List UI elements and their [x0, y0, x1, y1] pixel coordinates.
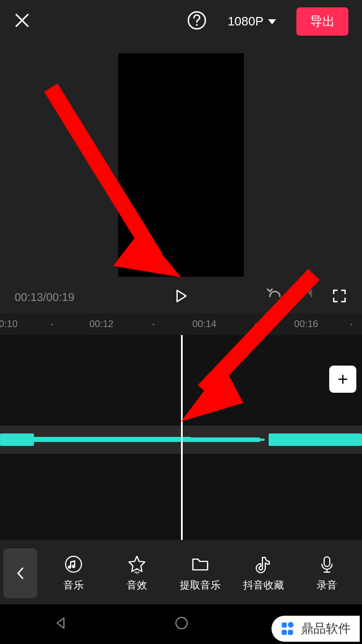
tool-label: 音效	[127, 578, 147, 592]
watermark: 鼎品软件	[272, 616, 360, 642]
music-icon	[64, 555, 83, 574]
resolution-selector[interactable]: 1080P	[217, 10, 286, 33]
redo-button[interactable]	[299, 287, 316, 307]
svg-point-7	[288, 622, 294, 628]
ruler-dot	[51, 324, 53, 325]
export-button[interactable]: 导出	[296, 7, 348, 36]
ruler-dot	[351, 324, 352, 325]
help-icon[interactable]	[187, 10, 207, 33]
undo-button[interactable]	[266, 287, 283, 307]
svg-rect-9	[288, 630, 293, 635]
preview-area	[0, 43, 362, 281]
time-display: 00:13/00:19	[15, 291, 75, 304]
tool-extract[interactable]: 提取音乐	[169, 555, 232, 592]
tool-record[interactable]: 录音	[295, 555, 359, 592]
watermark-text: 鼎品软件	[301, 620, 351, 637]
tool-music[interactable]: 音乐	[42, 555, 105, 592]
ruler-tick: 00:12	[89, 319, 114, 330]
back-button[interactable]	[3, 548, 37, 598]
star-icon	[127, 555, 146, 574]
tool-douyin-fav[interactable]: 抖音收藏	[232, 555, 295, 592]
playhead[interactable]	[181, 335, 183, 540]
add-clip-button[interactable]: +	[329, 366, 356, 393]
timeline[interactable]: 0:10 00:12 00:14 00:16 +	[0, 314, 362, 540]
nav-back[interactable]	[53, 616, 68, 633]
svg-rect-8	[282, 630, 287, 635]
tool-label: 音乐	[63, 578, 84, 592]
svg-rect-3	[324, 557, 330, 566]
svg-point-4	[176, 617, 187, 629]
resolution-label: 1080P	[227, 14, 264, 29]
play-controls: 00:13/00:19	[0, 281, 362, 314]
mic-icon	[317, 555, 337, 574]
ruler-dot	[255, 324, 256, 325]
chevron-down-icon	[268, 19, 276, 24]
douyin-icon	[254, 555, 273, 574]
ruler-tick: 00:14	[192, 319, 217, 330]
tool-label: 录音	[317, 578, 337, 592]
timeline-ruler[interactable]: 0:10 00:12 00:14 00:16	[0, 314, 362, 335]
audio-toolbar: 音乐 音效 提取音乐 抖音收藏 录音	[0, 542, 362, 604]
svg-rect-6	[282, 622, 287, 628]
video-preview[interactable]	[118, 53, 244, 277]
tool-label: 抖音收藏	[243, 578, 284, 592]
ruler-tick: 00:16	[294, 319, 318, 330]
ruler-tick: 0:10	[0, 319, 18, 330]
fullscreen-button[interactable]	[331, 288, 347, 306]
watermark-logo-icon	[279, 620, 296, 637]
close-button[interactable]	[14, 10, 31, 34]
folder-icon	[191, 555, 210, 574]
svg-point-1	[196, 24, 198, 25]
ruler-dot	[153, 324, 154, 325]
play-button[interactable]	[173, 288, 189, 306]
tool-sfx[interactable]: 音效	[105, 555, 169, 592]
nav-home[interactable]	[174, 615, 189, 633]
tool-label: 提取音乐	[180, 578, 221, 592]
svg-point-2	[66, 556, 81, 572]
